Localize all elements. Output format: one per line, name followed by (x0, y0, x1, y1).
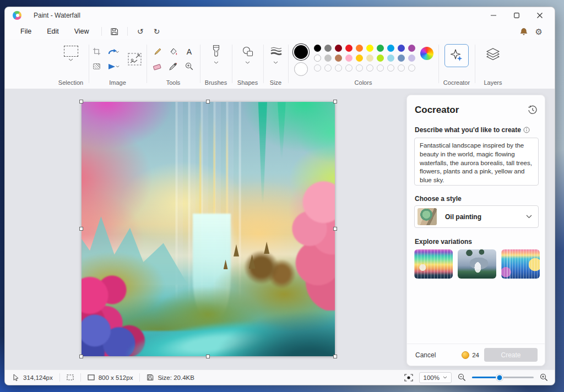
resize-button[interactable] (128, 53, 142, 66)
empty-color-slot[interactable] (377, 64, 384, 72)
empty-color-slot[interactable] (324, 64, 332, 72)
shapes-button[interactable] (242, 43, 253, 59)
magnifier-tool-button[interactable] (185, 62, 193, 70)
color-swatch[interactable] (356, 55, 363, 62)
color-swatch[interactable] (366, 55, 373, 62)
background-color-swatch[interactable] (294, 62, 308, 76)
color-swatch[interactable] (345, 45, 352, 52)
size-button[interactable] (270, 43, 282, 59)
undo-button[interactable]: ↺ (132, 25, 149, 37)
cursor-position-icon (13, 374, 19, 381)
layers-button[interactable] (486, 47, 500, 61)
color-swatch[interactable] (408, 45, 415, 52)
color-swatch[interactable] (408, 55, 415, 62)
empty-color-slot[interactable] (314, 64, 321, 72)
color-swatch[interactable] (314, 55, 321, 62)
cocreator-group-label: Cocreator (438, 79, 475, 86)
empty-color-slot[interactable] (345, 64, 352, 72)
shapes-icon (242, 46, 253, 57)
save-button[interactable] (106, 25, 123, 37)
selection-handle-ne[interactable] (333, 100, 337, 104)
chevron-down-icon[interactable] (214, 61, 219, 64)
color-swatch[interactable] (324, 55, 332, 62)
eraser-tool-button[interactable] (153, 63, 162, 70)
color-swatch[interactable] (314, 45, 321, 52)
chevron-down-icon[interactable] (245, 61, 250, 64)
menu-edit[interactable]: Edit (39, 26, 67, 37)
color-swatch[interactable] (377, 55, 384, 62)
color-swatch[interactable] (398, 45, 405, 52)
zoom-slider[interactable] (472, 377, 534, 378)
empty-color-slot[interactable] (398, 64, 405, 72)
edit-colors-wheel-button[interactable] (420, 47, 433, 60)
colors-group: Colors (288, 39, 438, 89)
selection-handle-nw[interactable] (79, 100, 83, 104)
text-tool-button[interactable]: A (187, 47, 192, 56)
color-picker-button[interactable] (169, 62, 177, 70)
empty-color-slot[interactable] (366, 64, 373, 72)
create-button[interactable]: Create (484, 348, 538, 362)
color-swatch[interactable] (324, 45, 332, 52)
redo-button[interactable]: ↻ (149, 25, 165, 37)
layers-group: Layers (475, 39, 511, 89)
selection-tool-button[interactable] (64, 43, 78, 57)
statusbar-separator (59, 373, 60, 382)
variation-thumbnail-2[interactable] (458, 249, 496, 279)
prompt-textarea[interactable]: Fantastical landscape inspired by the be… (414, 138, 539, 186)
flip-button[interactable] (108, 63, 120, 70)
maximize-button[interactable] (505, 8, 528, 23)
selection-handle-w[interactable] (79, 227, 83, 231)
variation-thumbnail-1[interactable] (414, 249, 453, 279)
color-swatch[interactable] (335, 55, 342, 62)
selection-handle-se[interactable] (333, 355, 337, 358)
chevron-down-icon[interactable] (273, 61, 278, 64)
color-swatch[interactable] (356, 45, 363, 52)
zoom-slider-thumb[interactable] (496, 374, 503, 381)
minimize-button[interactable] (482, 8, 505, 23)
notification-bell-icon[interactable] (520, 28, 528, 36)
selection-handle-e[interactable] (333, 227, 337, 231)
crop-button[interactable] (93, 47, 101, 56)
color-swatch[interactable] (335, 45, 342, 52)
menu-view[interactable]: View (67, 26, 97, 37)
menu-file[interactable]: File (13, 26, 39, 37)
brushes-group: Brushes (200, 39, 232, 89)
fit-to-screen-button[interactable] (404, 374, 413, 382)
empty-color-slot[interactable] (356, 64, 363, 72)
zoom-out-button[interactable] (458, 373, 466, 382)
color-swatch[interactable] (345, 55, 352, 62)
statusbar: 314,124px 800 x 512px (5, 369, 555, 385)
rotate-button[interactable] (108, 48, 120, 56)
pencil-tool-button[interactable] (153, 47, 162, 56)
empty-color-slot[interactable] (335, 64, 342, 72)
color-swatch[interactable] (377, 45, 384, 52)
variation-thumbnail-3[interactable] (501, 249, 540, 279)
canvas-image-waterfall-landscape[interactable] (82, 102, 335, 356)
settings-gear-icon[interactable]: ⚙ (535, 28, 543, 36)
empty-color-slot[interactable] (387, 64, 394, 72)
color-swatch[interactable] (366, 45, 373, 52)
brushes-button[interactable] (212, 43, 220, 59)
cocreator-button[interactable] (444, 44, 469, 67)
cancel-button[interactable]: Cancel (414, 349, 437, 361)
canvas[interactable] (82, 102, 335, 356)
zoom-in-button[interactable] (540, 373, 548, 382)
color-swatch[interactable] (387, 45, 394, 52)
color-swatch[interactable] (398, 55, 405, 62)
style-dropdown[interactable]: Oil painting (414, 205, 539, 228)
menu-separator (127, 27, 128, 36)
selection-handle-sw[interactable] (79, 355, 83, 358)
color-swatch[interactable] (387, 55, 394, 62)
foreground-color-swatch[interactable] (293, 44, 309, 60)
chevron-down-icon[interactable] (68, 58, 73, 61)
selection-handle-s[interactable] (206, 355, 210, 358)
pattern-selection-button[interactable] (93, 63, 100, 69)
zoom-level-dropdown[interactable]: 100% (419, 372, 452, 383)
shapes-group-label: Shapes (232, 79, 263, 86)
close-button[interactable] (528, 8, 551, 23)
history-button[interactable] (528, 105, 538, 117)
selection-handle-n[interactable] (206, 100, 210, 104)
empty-color-slot[interactable] (408, 64, 415, 72)
fill-tool-button[interactable] (169, 47, 178, 56)
info-icon[interactable] (523, 127, 530, 133)
